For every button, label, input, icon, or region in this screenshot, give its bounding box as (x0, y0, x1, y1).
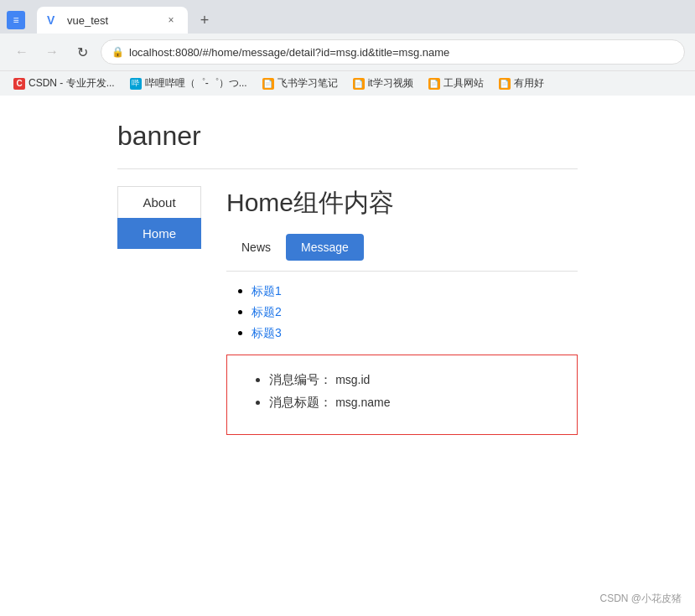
content-area: Home组件内容 News Message 标题1 标题2 标题3 消息编号： … (226, 186, 578, 435)
sub-nav: News Message (226, 234, 578, 261)
bookmark-tool[interactable]: 📄 工具网站 (422, 74, 490, 93)
sidebar: About Home (117, 186, 201, 435)
tab-favicon: V (47, 13, 60, 27)
address-text: localhost:8080/#/home/message/detail?id=… (129, 46, 449, 59)
tool-icon: 📄 (428, 78, 440, 90)
address-field[interactable]: 🔒 localhost:8080/#/home/message/detail?i… (101, 39, 685, 65)
news-link-2[interactable]: 标题2 (252, 305, 282, 318)
message-id-item: 消息编号： msg.id (269, 372, 552, 388)
list-item: 标题1 (252, 283, 578, 299)
active-tab[interactable]: V vue_test × (37, 7, 188, 34)
bookmark-csdn[interactable]: C CSDN - 专业开发... (7, 74, 122, 93)
bookmark-csdn-label: CSDN - 专业开发... (29, 76, 115, 91)
bookmark-feishu[interactable]: 📄 飞书学习笔记 (256, 74, 345, 93)
message-id-value: msg.id (335, 373, 370, 386)
message-detail-box: 消息编号： msg.id 消息标题： msg.name (226, 355, 578, 435)
useful-icon: 📄 (499, 78, 511, 90)
bookmark-bilibili-label: 哔哩哔哩（゜-゜）つ... (145, 76, 247, 91)
google-apps-icon[interactable]: ≡ (7, 11, 25, 29)
address-bar: ← → ↻ 🔒 localhost:8080/#/home/message/de… (0, 34, 695, 70)
list-item: 标题2 (252, 304, 578, 320)
tab-close-button[interactable]: × (164, 13, 178, 27)
refresh-button[interactable]: ↻ (70, 40, 94, 64)
forward-button[interactable]: → (40, 40, 64, 64)
watermark: CSDN @小花皮猪 (599, 592, 682, 606)
message-id-label: 消息编号： (269, 372, 332, 386)
news-tab[interactable]: News (226, 234, 286, 261)
bookmark-feishu-label: 飞书学习笔记 (277, 76, 338, 91)
news-link-3[interactable]: 标题3 (252, 326, 282, 339)
bookmark-useful-label: 有用好 (514, 76, 544, 91)
news-link-1[interactable]: 标题1 (252, 284, 282, 298)
message-title-label: 消息标题： (269, 395, 332, 409)
bookmark-it[interactable]: 📄 it学习视频 (346, 74, 420, 93)
list-item: 标题3 (252, 325, 578, 341)
back-button[interactable]: ← (10, 40, 34, 64)
bookmark-useful[interactable]: 📄 有用好 (492, 74, 551, 93)
banner-title: banner (117, 121, 578, 169)
tab-bar: ≡ V vue_test × + (0, 0, 695, 34)
sidebar-home-button[interactable]: Home (117, 218, 201, 249)
csdn-icon: C (13, 78, 25, 90)
tab-title: vue_test (67, 14, 164, 27)
new-tab-button[interactable]: + (193, 8, 216, 32)
news-list: 标题1 标题2 标题3 (226, 283, 578, 341)
lock-icon: 🔒 (112, 46, 124, 58)
message-title-value: msg.name (335, 396, 390, 409)
message-title-item: 消息标题： msg.name (269, 395, 552, 411)
page-content: banner About Home Home组件内容 News Message … (0, 96, 695, 616)
message-list: 消息编号： msg.id 消息标题： msg.name (252, 372, 552, 411)
bookmark-bilibili[interactable]: 哔 哔哩哔哩（゜-゜）つ... (123, 74, 254, 93)
bookmarks-bar: C CSDN - 专业开发... 哔 哔哩哔哩（゜-゜）つ... 📄 飞书学习笔… (0, 70, 695, 96)
message-tab[interactable]: Message (286, 234, 364, 261)
feishu-icon: 📄 (262, 78, 274, 90)
sidebar-about-button[interactable]: About (117, 186, 201, 218)
main-layout: About Home Home组件内容 News Message 标题1 标题2… (117, 186, 578, 435)
bookmark-it-label: it学习视频 (368, 76, 413, 91)
bookmark-tool-label: 工具网站 (443, 76, 484, 91)
it-icon: 📄 (353, 78, 365, 90)
content-title: Home组件内容 (226, 186, 578, 220)
bilibili-icon: 哔 (130, 78, 142, 90)
